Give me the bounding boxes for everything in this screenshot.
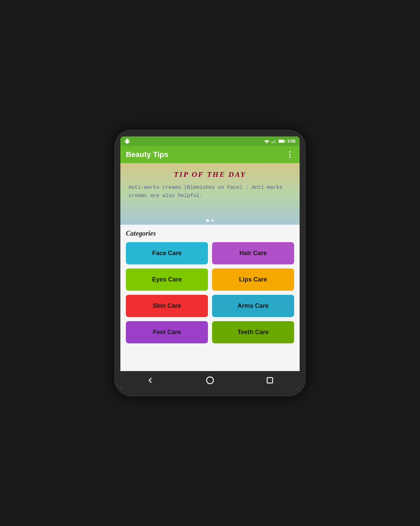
svg-point-7 <box>207 377 213 384</box>
app-title: Beauty Tips <box>126 150 168 159</box>
home-button[interactable] <box>206 376 214 384</box>
category-btn-skin-care[interactable]: Skin Care <box>126 295 208 317</box>
carousel-dots <box>206 219 214 222</box>
tip-text: Anti-marks creams (Blemishes on Face) : … <box>129 184 291 200</box>
category-btn-feet-care[interactable]: Feet Care <box>126 321 208 343</box>
categories-heading: Categories <box>126 229 294 237</box>
svg-rect-8 <box>267 378 273 383</box>
category-btn-arms-care[interactable]: Arms Care <box>212 295 294 317</box>
app-bar: Beauty Tips ⋮ <box>120 146 300 163</box>
svg-rect-0 <box>272 142 272 143</box>
status-left <box>124 139 130 144</box>
back-icon <box>146 376 154 384</box>
banner: TIP OF THE DAY Anti-marks creams (Blemis… <box>120 163 300 225</box>
signal-icon <box>272 139 276 143</box>
screen: 3:56 Beauty Tips ⋮ TIP OF THE DAY Anti-m… <box>120 136 300 390</box>
svg-rect-2 <box>274 140 275 143</box>
category-btn-face-care[interactable]: Face Care <box>126 242 208 264</box>
categories-section: Categories Face CareHair CareEyes CareLi… <box>120 225 300 371</box>
tip-title: TIP OF THE DAY <box>129 170 291 179</box>
category-btn-eyes-care[interactable]: Eyes Care <box>126 268 208 291</box>
category-btn-hair-care[interactable]: Hair Care <box>212 242 294 264</box>
home-icon <box>206 376 214 384</box>
time-display: 3:56 <box>287 139 296 144</box>
recents-button[interactable] <box>266 376 274 384</box>
device-frame: 3:56 Beauty Tips ⋮ TIP OF THE DAY Anti-m… <box>114 130 306 396</box>
category-btn-teeth-care[interactable]: Teeth Care <box>212 321 294 343</box>
more-options-icon[interactable]: ⋮ <box>286 150 294 159</box>
battery-icon <box>278 139 285 143</box>
status-right: 3:56 <box>264 139 296 144</box>
category-btn-lips-care[interactable]: Lips Care <box>212 268 294 291</box>
svg-rect-6 <box>279 140 284 142</box>
back-button[interactable] <box>146 376 154 384</box>
svg-rect-3 <box>275 139 276 143</box>
categories-grid: Face CareHair CareEyes CareLips CareSkin… <box>126 242 294 343</box>
dot-1 <box>206 219 209 222</box>
status-bar: 3:56 <box>120 136 300 146</box>
recents-icon <box>266 376 274 384</box>
svg-rect-1 <box>273 141 273 143</box>
wifi-icon <box>264 139 270 143</box>
dot-2 <box>211 219 214 222</box>
nav-bar <box>120 371 300 390</box>
svg-rect-5 <box>285 141 285 142</box>
android-icon <box>124 139 130 144</box>
